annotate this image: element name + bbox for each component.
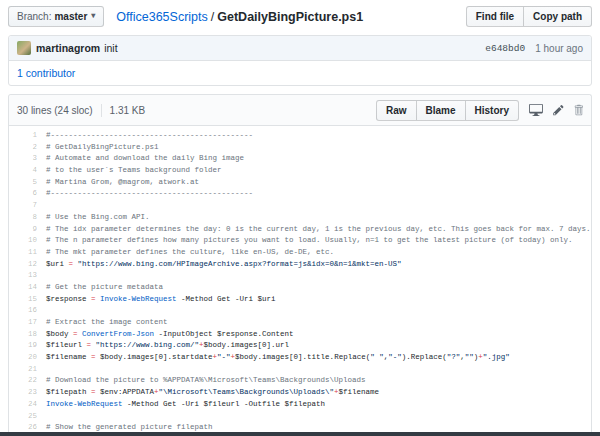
commit-header: martinagrom init e648bd0 1 hour ago bbox=[9, 36, 591, 61]
line-number[interactable]: 25 bbox=[9, 411, 46, 423]
line-number[interactable]: 6 bbox=[9, 188, 46, 200]
file-header: 30 lines (24 sloc) 1.31 KB Raw Blame His… bbox=[9, 95, 591, 126]
commit-timestamp: 1 hour ago bbox=[535, 43, 583, 54]
pencil-icon[interactable] bbox=[553, 104, 564, 116]
code-line-content: # Get the picture metadata bbox=[46, 282, 163, 294]
line-number[interactable]: 14 bbox=[9, 282, 46, 294]
blame-button[interactable]: Blame bbox=[417, 100, 466, 121]
line-number[interactable]: 15 bbox=[9, 294, 46, 306]
line-number[interactable]: 11 bbox=[9, 247, 46, 259]
avatar[interactable] bbox=[17, 41, 31, 55]
file-nav-bar: Branch: master ▾ Office365Scripts/GetDai… bbox=[0, 0, 600, 35]
code-line-content: # Download the picture to %APPDATA%\Micr… bbox=[46, 375, 366, 387]
divider bbox=[101, 104, 102, 117]
code-line: 16 bbox=[9, 305, 591, 317]
line-number[interactable]: 16 bbox=[9, 305, 46, 317]
code-line-content: $fileurl = "https://www.bing.com/"+$body… bbox=[46, 340, 289, 352]
breadcrumb-filename: GetDailyBingPicture.ps1 bbox=[217, 10, 363, 24]
code-line-content: $filepath = $env:APPDATA+"\Microsoft\Tea… bbox=[46, 387, 379, 399]
code-line-content: Invoke-WebRequest -Method Get -Uri $file… bbox=[46, 399, 325, 411]
code-line: 5# Martina Grom, @magrom, atwork.at bbox=[9, 177, 591, 189]
code-line-content: # Martina Grom, @magrom, atwork.at bbox=[46, 177, 199, 189]
line-number[interactable]: 9 bbox=[9, 224, 46, 236]
code-line: 9# The idx parameter determines the day:… bbox=[9, 224, 591, 236]
line-number[interactable]: 4 bbox=[9, 165, 46, 177]
code-line-content: # The mkt parameter defines the culture,… bbox=[46, 247, 334, 259]
breadcrumb: Office365Scripts/GetDailyBingPicture.ps1 bbox=[116, 10, 363, 24]
commit-hash-link[interactable]: e648bd0 bbox=[485, 43, 525, 54]
line-number[interactable]: 17 bbox=[9, 317, 46, 329]
code-line: 13 bbox=[9, 270, 591, 282]
file-info: 30 lines (24 sloc) 1.31 KB bbox=[17, 104, 145, 117]
code-line: 6#--------------------------------------… bbox=[9, 188, 591, 200]
line-number[interactable]: 7 bbox=[9, 200, 46, 212]
line-number[interactable]: 19 bbox=[9, 340, 46, 352]
code-line: 18$body = ConvertFrom-Json -InputObject … bbox=[9, 329, 591, 341]
commit-tease-box: martinagrom init e648bd0 1 hour ago 1 co… bbox=[8, 35, 592, 86]
contributors-link[interactable]: 1 contributor bbox=[17, 67, 75, 79]
code-line: 4# to the user´s Teams background folder bbox=[9, 165, 591, 177]
code-line-content: #---------------------------------------… bbox=[46, 130, 253, 142]
code-line: 17# Extract the image content bbox=[9, 317, 591, 329]
code-line: 19$fileurl = "https://www.bing.com/"+$bo… bbox=[9, 340, 591, 352]
code-line-content: $filename = $body.images[0].startdate+"-… bbox=[46, 352, 510, 364]
file-lines-info: 30 lines (24 sloc) bbox=[17, 105, 93, 116]
window-bottom-edge bbox=[0, 432, 600, 436]
trash-icon[interactable] bbox=[574, 104, 583, 116]
branch-label: Branch: bbox=[17, 10, 51, 23]
breadcrumb-separator: / bbox=[211, 10, 214, 24]
code-line: 2# GetDailyBingPicture.ps1 bbox=[9, 142, 591, 154]
code-line: 12$uri = "https://www.bing.com/HPImageAr… bbox=[9, 259, 591, 271]
line-number[interactable]: 20 bbox=[9, 352, 46, 364]
code-line: 11# The mkt parameter defines the cultur… bbox=[9, 247, 591, 259]
find-file-button[interactable]: Find file bbox=[466, 6, 524, 27]
branch-name: master bbox=[54, 10, 87, 23]
line-number[interactable]: 10 bbox=[9, 235, 46, 247]
history-button[interactable]: History bbox=[466, 100, 519, 121]
code-line: 20$filename = $body.images[0].startdate+… bbox=[9, 352, 591, 364]
line-number[interactable]: 24 bbox=[9, 399, 46, 411]
code-area: 1#--------------------------------------… bbox=[9, 126, 591, 436]
file-box: 30 lines (24 sloc) 1.31 KB Raw Blame His… bbox=[8, 94, 592, 436]
contributors-row: 1 contributor bbox=[9, 61, 591, 85]
line-number[interactable]: 2 bbox=[9, 142, 46, 154]
line-number[interactable]: 13 bbox=[9, 270, 46, 282]
line-number[interactable]: 12 bbox=[9, 259, 46, 271]
code-line: 22# Download the picture to %APPDATA%\Mi… bbox=[9, 375, 591, 387]
code-line: 25 bbox=[9, 411, 591, 423]
device-desktop-icon[interactable] bbox=[529, 104, 543, 116]
line-number[interactable]: 18 bbox=[9, 329, 46, 341]
code-line-content: # The idx parameter determines the day: … bbox=[46, 224, 591, 236]
commit-message-link[interactable]: init bbox=[104, 42, 117, 54]
branch-selector-button[interactable]: Branch: master ▾ bbox=[8, 6, 104, 27]
code-line: 15$response = Invoke-WebRequest -Method … bbox=[9, 294, 591, 306]
code-line: 24Invoke-WebRequest -Method Get -Uri $fi… bbox=[9, 399, 591, 411]
code-line-content: # Use the Bing.com API. bbox=[46, 212, 150, 224]
file-size: 1.31 KB bbox=[110, 105, 146, 116]
line-number[interactable]: 8 bbox=[9, 212, 46, 224]
code-line: 3# Automate and download the daily Bing … bbox=[9, 153, 591, 165]
code-line-content: $uri = "https://www.bing.com/HPImageArch… bbox=[46, 259, 402, 271]
commit-meta: e648bd0 1 hour ago bbox=[485, 43, 583, 54]
code-line: 8# Use the Bing.com API. bbox=[9, 212, 591, 224]
commit-author-link[interactable]: martinagrom bbox=[36, 42, 100, 54]
line-number[interactable]: 22 bbox=[9, 375, 46, 387]
code-line-content: # to the user´s Teams background folder bbox=[46, 165, 222, 177]
code-line: 21 bbox=[9, 364, 591, 376]
line-number[interactable]: 21 bbox=[9, 364, 46, 376]
raw-button[interactable]: Raw bbox=[376, 100, 417, 121]
code-line-content: # The n parameter defines how many pictu… bbox=[46, 235, 573, 247]
file-view-button-group: Raw Blame History bbox=[376, 100, 519, 121]
breadcrumb-repo-link[interactable]: Office365Scripts bbox=[116, 10, 207, 24]
code-line-content: # GetDailyBingPicture.ps1 bbox=[46, 142, 159, 154]
line-number[interactable]: 3 bbox=[9, 153, 46, 165]
code-line-content: # Automate and download the daily Bing i… bbox=[46, 153, 244, 165]
code-line-content: $response = Invoke-WebRequest -Method Ge… bbox=[46, 294, 276, 306]
line-number[interactable]: 23 bbox=[9, 387, 46, 399]
code-line: 14# Get the picture metadata bbox=[9, 282, 591, 294]
file-actions: Raw Blame History bbox=[376, 100, 583, 121]
code-line: 10# The n parameter defines how many pic… bbox=[9, 235, 591, 247]
line-number[interactable]: 5 bbox=[9, 177, 46, 189]
copy-path-button[interactable]: Copy path bbox=[524, 6, 592, 27]
line-number[interactable]: 1 bbox=[9, 130, 46, 142]
